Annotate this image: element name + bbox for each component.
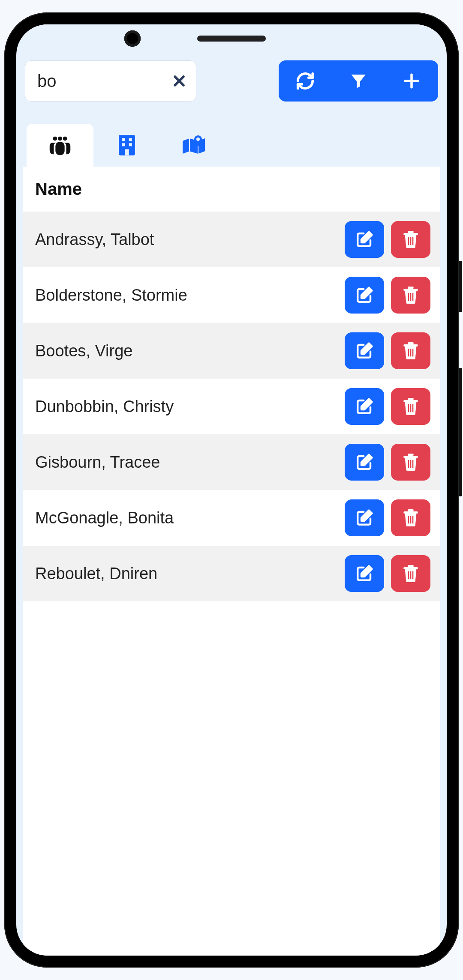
edit-button[interactable]: [345, 388, 384, 425]
tab-people[interactable]: [27, 124, 93, 167]
trash-icon: [402, 286, 419, 305]
edit-button[interactable]: [345, 221, 384, 258]
svg-rect-16: [403, 289, 418, 291]
delete-button[interactable]: [391, 444, 430, 481]
app-root: Name Andrassy, TalbotBolderstone, Stormi…: [16, 51, 447, 956]
phone-frame: Name Andrassy, TalbotBolderstone, Stormi…: [4, 12, 459, 968]
svg-rect-8: [125, 149, 129, 155]
empty-area: [23, 601, 440, 956]
row-name: Andrassy, Talbot: [35, 230, 345, 249]
table-row: Dunbobbin, Christy: [23, 379, 440, 434]
row-name: Bootes, Virge: [35, 342, 345, 360]
svg-rect-32: [408, 454, 413, 456]
edit-icon: [355, 509, 373, 527]
delete-button[interactable]: [391, 499, 430, 536]
row-actions: [345, 444, 430, 481]
map-icon: [180, 134, 207, 156]
refresh-button[interactable]: [279, 60, 332, 102]
edit-button[interactable]: [345, 277, 384, 314]
row-actions: [345, 388, 430, 425]
row-name: Bolderstone, Stormie: [35, 286, 345, 305]
edit-icon: [355, 397, 373, 415]
edit-button[interactable]: [345, 555, 384, 592]
filter-button[interactable]: [332, 60, 385, 102]
edit-button[interactable]: [345, 444, 384, 481]
svg-rect-36: [403, 511, 418, 514]
add-button[interactable]: [385, 60, 438, 102]
trash-icon: [402, 230, 419, 249]
svg-point-10: [196, 137, 200, 141]
delete-button[interactable]: [391, 277, 430, 314]
svg-rect-21: [403, 344, 418, 347]
svg-rect-6: [122, 143, 125, 146]
phone-screen: Name Andrassy, TalbotBolderstone, Stormi…: [16, 24, 447, 956]
clear-search-button[interactable]: [170, 72, 189, 90]
edit-icon: [355, 565, 373, 583]
svg-point-2: [63, 137, 67, 141]
delete-button[interactable]: [391, 221, 430, 258]
row-actions: [345, 221, 430, 258]
svg-rect-17: [408, 287, 413, 289]
row-name: Reboulet, Dniren: [35, 565, 345, 583]
row-name: Gisbourn, Tracee: [35, 453, 345, 472]
data-table: Name Andrassy, TalbotBolderstone, Stormi…: [23, 167, 440, 601]
edit-icon: [355, 230, 373, 248]
svg-rect-27: [408, 398, 413, 400]
search-wrapper: [25, 60, 196, 102]
table-row: Andrassy, Talbot: [23, 212, 440, 267]
building-icon: [117, 134, 137, 156]
filter-icon: [349, 72, 368, 90]
tab-map[interactable]: [160, 124, 227, 167]
table-row: Gisbourn, Tracee: [23, 434, 440, 490]
svg-rect-41: [403, 567, 418, 569]
svg-rect-26: [403, 400, 418, 402]
front-camera: [124, 30, 141, 47]
svg-rect-7: [129, 143, 132, 146]
svg-rect-5: [129, 138, 132, 141]
trash-icon: [402, 341, 419, 360]
svg-rect-31: [403, 456, 418, 458]
delete-button[interactable]: [391, 332, 430, 369]
row-name: McGonagle, Bonita: [35, 509, 345, 527]
plus-icon: [402, 72, 421, 90]
svg-point-1: [58, 137, 62, 141]
table-row: Bolderstone, Stormie: [23, 267, 440, 323]
edit-button[interactable]: [345, 499, 384, 536]
edit-icon: [355, 286, 373, 304]
svg-point-0: [53, 137, 57, 141]
svg-rect-22: [408, 342, 413, 344]
close-icon: [172, 74, 186, 88]
speaker-grille: [197, 36, 266, 42]
svg-rect-4: [122, 138, 125, 141]
table-header-name: Name: [23, 167, 440, 212]
table-row: Reboulet, Dniren: [23, 546, 440, 601]
trash-icon: [402, 397, 419, 416]
trash-icon: [402, 564, 419, 583]
refresh-icon: [295, 71, 315, 91]
tab-bar: [23, 124, 440, 167]
toolbar-button-group: [279, 60, 438, 102]
delete-button[interactable]: [391, 555, 430, 592]
row-name: Dunbobbin, Christy: [35, 397, 345, 416]
row-actions: [345, 499, 430, 536]
svg-rect-11: [403, 233, 418, 235]
trash-icon: [402, 453, 419, 472]
toolbar: [23, 60, 440, 102]
row-actions: [345, 332, 430, 369]
delete-button[interactable]: [391, 388, 430, 425]
row-actions: [345, 277, 430, 314]
svg-rect-12: [408, 231, 413, 233]
table-row: Bootes, Virge: [23, 323, 440, 379]
trash-icon: [402, 508, 419, 527]
edit-icon: [355, 453, 373, 471]
edit-icon: [355, 342, 373, 360]
svg-rect-37: [408, 509, 413, 511]
table-row: McGonagle, Bonita: [23, 490, 440, 546]
people-icon: [47, 134, 73, 156]
svg-rect-42: [408, 565, 413, 567]
tab-building[interactable]: [93, 124, 160, 167]
row-actions: [345, 555, 430, 592]
edit-button[interactable]: [345, 332, 384, 369]
notch: [16, 24, 447, 51]
